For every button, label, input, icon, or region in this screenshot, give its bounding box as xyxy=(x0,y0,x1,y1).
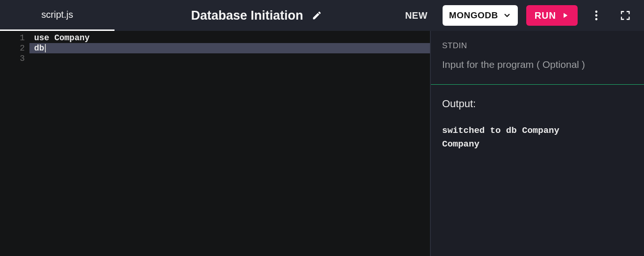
text-cursor xyxy=(45,44,46,52)
code-line[interactable]: db xyxy=(34,43,430,53)
pencil-icon xyxy=(312,10,322,21)
svg-point-0 xyxy=(595,11,598,13)
stdin-label: STDIN xyxy=(442,41,633,51)
fullscreen-icon xyxy=(620,10,630,21)
run-button[interactable]: RUN xyxy=(526,5,578,26)
language-label: MONGODB xyxy=(449,10,498,21)
chevron-down-icon xyxy=(503,11,511,20)
play-icon xyxy=(561,11,569,20)
output-body: switched to db Company Company xyxy=(442,124,633,152)
title-area: Database Initiation xyxy=(114,8,399,23)
stdin-panel: STDIN xyxy=(431,31,644,85)
more-menu-button[interactable] xyxy=(586,5,607,26)
svg-point-1 xyxy=(595,15,598,17)
toolbar: NEW MONGODB RUN xyxy=(399,5,636,26)
topbar: script.js Database Initiation NEW MONGOD… xyxy=(0,0,644,31)
output-panel: Output: switched to db Company Company xyxy=(431,85,644,256)
language-select[interactable]: MONGODB xyxy=(443,5,518,26)
tab-script[interactable]: script.js xyxy=(0,0,114,31)
code-line[interactable]: use Company xyxy=(34,33,430,43)
output-title: Output: xyxy=(442,98,633,110)
page-title: Database Initiation xyxy=(191,8,303,23)
line-gutter: 123 xyxy=(0,31,29,256)
workspace: 123 use Companydb STDIN Output: switched… xyxy=(0,31,644,256)
line-number: 1 xyxy=(0,33,25,43)
side-panel: STDIN Output: switched to db Company Com… xyxy=(430,31,644,256)
new-button[interactable]: NEW xyxy=(399,7,434,25)
line-number: 3 xyxy=(0,53,25,64)
svg-point-2 xyxy=(595,18,598,21)
code-area[interactable]: use Companydb xyxy=(29,31,430,256)
edit-title-button[interactable] xyxy=(312,10,322,21)
line-number: 2 xyxy=(0,43,25,53)
code-line[interactable] xyxy=(34,53,430,64)
kebab-icon xyxy=(595,10,598,21)
run-label: RUN xyxy=(535,10,556,21)
tab-label: script.js xyxy=(42,9,73,20)
code-editor[interactable]: 123 use Companydb xyxy=(0,31,430,256)
stdin-input[interactable] xyxy=(442,59,633,70)
fullscreen-button[interactable] xyxy=(615,5,636,26)
